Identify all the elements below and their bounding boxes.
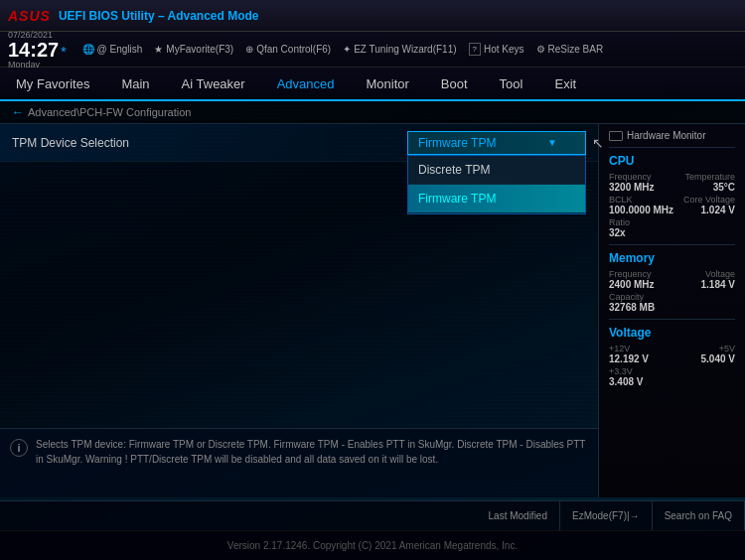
- nav-boot[interactable]: Boot: [425, 68, 484, 99]
- star-icon: ★: [154, 44, 163, 55]
- tpm-option-discrete[interactable]: Discrete TPM: [408, 156, 585, 185]
- nav-bar: My Favorites Main Ai Tweaker Advanced Mo…: [0, 68, 745, 101]
- nav-favorites[interactable]: My Favorites: [0, 68, 105, 99]
- toolbar-items: 🌐 @ English ★ MyFavorite(F3) ⊕ Qfan Cont…: [82, 43, 737, 56]
- date-text: 07/26/2021: [8, 30, 67, 40]
- tuning-icon: ✦: [343, 44, 351, 55]
- mem-voltage-value: 1.184 V: [701, 279, 735, 290]
- asus-logo: ASUS: [8, 8, 51, 24]
- nav-aitweaker[interactable]: Ai Tweaker: [166, 68, 261, 99]
- cpu-temp-value: 35°C: [684, 182, 735, 193]
- cpu-ratio-label: Ratio: [609, 217, 630, 227]
- left-panel: TPM Device Selection Firmware TPM ▼ Disc…: [0, 124, 598, 497]
- copyright-text: Version 2.17.1246. Copyright (C) 2021 Am…: [227, 540, 518, 551]
- info-icon: i: [10, 439, 28, 457]
- cpu-ratio-row: Ratio 32x: [609, 217, 735, 238]
- cpu-section-title: CPU: [609, 154, 735, 168]
- mem-freq-label: Frequency: [609, 269, 655, 279]
- cpu-temp-label: Temperature: [684, 172, 735, 182]
- cpu-corevolt-label: Core Voltage: [683, 195, 735, 205]
- datetime-bar: 07/26/2021 14:27 * Monday 🌐 @ English ★ …: [0, 32, 745, 68]
- resize-icon: ⚙: [536, 44, 545, 55]
- hw-monitor-title: Hardware Monitor: [609, 130, 735, 148]
- cpu-freq-value: 3200 MHz: [609, 182, 655, 193]
- toolbar-resizebar[interactable]: ⚙ ReSize BAR: [536, 44, 604, 55]
- search-faq-label: Search on FAQ: [665, 510, 732, 521]
- volt-12v-label: +12V: [609, 344, 649, 353]
- toolbar-hotkeys[interactable]: ? Hot Keys: [469, 43, 524, 56]
- breadcrumb-text: Advanced\PCH-FW Configuration: [28, 106, 191, 118]
- copyright-bar: Version 2.17.1246. Copyright (C) 2021 Am…: [0, 530, 745, 560]
- header-title: UEFI BIOS Utility – Advanced Mode: [59, 9, 737, 23]
- cpu-freq-temp-row: Frequency 3200 MHz Temperature 35°C: [609, 172, 735, 193]
- dropdown-arrow-icon: ▼: [547, 137, 557, 148]
- mem-freq-value: 2400 MHz: [609, 279, 655, 290]
- last-modified-label: Last Modified: [489, 510, 547, 521]
- volt-5v-value: 5.040 V: [701, 353, 735, 364]
- nav-tool[interactable]: Tool: [484, 68, 539, 99]
- last-modified-button[interactable]: Last Modified: [477, 501, 560, 530]
- ez-mode-button[interactable]: EzMode(F7)|→: [560, 501, 653, 530]
- time-text: 14:27: [8, 40, 59, 60]
- toolbar-qfan[interactable]: ⊕ Qfan Control(F6): [245, 44, 331, 55]
- tpm-dropdown-options: Discrete TPM Firmware TPM: [407, 155, 586, 214]
- tpm-option-firmware[interactable]: Firmware TPM: [408, 185, 585, 213]
- volt-12v-value: 12.192 V: [609, 353, 649, 364]
- toolbar-english[interactable]: 🌐 @ English: [82, 44, 143, 55]
- memory-divider: [609, 319, 735, 320]
- info-text: Selects TPM device: Firmware TPM or Disc…: [36, 437, 586, 467]
- info-box: i Selects TPM device: Firmware TPM or Di…: [0, 428, 598, 497]
- memory-section-title: Memory: [609, 251, 735, 265]
- ez-mode-label: EzMode(F7)|→: [572, 510, 640, 521]
- nav-exit[interactable]: Exit: [538, 68, 592, 99]
- volt-33v-label: +3.3V: [609, 366, 643, 376]
- volt-5v-label: +5V: [701, 344, 735, 353]
- tpm-dropdown-selected[interactable]: Firmware TPM ▼: [407, 131, 586, 155]
- cpu-ratio-value: 32x: [609, 227, 630, 238]
- mem-capacity-value: 32768 MB: [609, 302, 655, 313]
- volt-33v-value: 3.408 V: [609, 376, 643, 387]
- search-faq-button[interactable]: Search on FAQ: [653, 501, 745, 530]
- datetime-info: 07/26/2021 14:27 * Monday: [8, 30, 67, 70]
- back-arrow-icon[interactable]: ←: [12, 105, 24, 119]
- tpm-setting-row: TPM Device Selection Firmware TPM ▼ Disc…: [0, 124, 598, 162]
- status-bar: Last Modified EzMode(F7)|→ Search on FAQ: [0, 500, 745, 530]
- cpu-bclk-label: BCLK: [609, 195, 673, 205]
- globe-icon: 🌐: [82, 44, 94, 55]
- cpu-bclk-voltage-row: BCLK 100.0000 MHz Core Voltage 1.024 V: [609, 195, 735, 215]
- toolbar-myfavorite[interactable]: ★ MyFavorite(F3): [154, 44, 233, 55]
- cpu-bclk-value: 100.0000 MHz: [609, 205, 673, 215]
- hardware-monitor-panel: Hardware Monitor CPU Frequency 3200 MHz …: [598, 124, 745, 497]
- cursor-icon: ↖: [592, 135, 604, 151]
- nav-advanced[interactable]: Advanced: [261, 68, 351, 101]
- cpu-freq-label: Frequency: [609, 172, 655, 182]
- cpu-divider: [609, 244, 735, 245]
- mem-capacity-label: Capacity: [609, 292, 655, 302]
- mem-voltage-label: Voltage: [701, 269, 735, 279]
- nav-main[interactable]: Main: [105, 68, 165, 99]
- monitor-icon: [609, 131, 623, 141]
- volt-33v-row: +3.3V 3.408 V: [609, 366, 735, 387]
- time-asterisk: *: [61, 44, 66, 60]
- mem-capacity-row: Capacity 32768 MB: [609, 292, 735, 313]
- toolbar-eztuning[interactable]: ✦ EZ Tuning Wizard(F11): [343, 44, 456, 55]
- fan-icon: ⊕: [245, 44, 253, 55]
- tpm-dropdown[interactable]: Firmware TPM ▼ Discrete TPM Firmware TPM…: [407, 131, 586, 155]
- cpu-corevolt-value: 1.024 V: [683, 205, 735, 215]
- nav-monitor[interactable]: Monitor: [351, 68, 425, 99]
- breadcrumb: ← Advanced\PCH-FW Configuration: [0, 101, 745, 124]
- tpm-label: TPM Device Selection: [12, 136, 407, 150]
- voltage-section-title: Voltage: [609, 326, 735, 340]
- mem-freq-voltage-row: Frequency 2400 MHz Voltage 1.184 V: [609, 269, 735, 290]
- header-bar: ASUS UEFI BIOS Utility – Advanced Mode: [0, 0, 745, 32]
- volt-12v-5v-row: +12V 12.192 V +5V 5.040 V: [609, 344, 735, 364]
- hotkeys-icon: ?: [469, 43, 481, 56]
